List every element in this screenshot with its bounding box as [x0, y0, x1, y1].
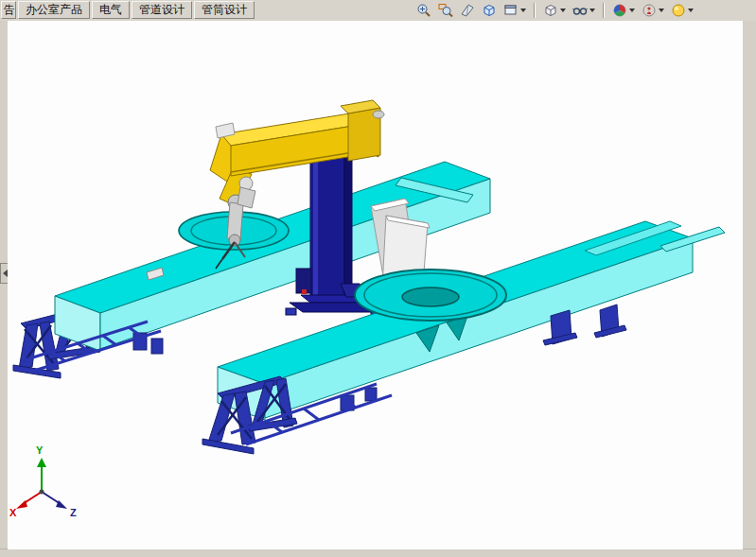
right-panel-edge: [742, 21, 756, 549]
tab-electrical[interactable]: 电气: [92, 1, 130, 19]
hide-show-items-icon: [572, 3, 588, 18]
section-view-icon: [460, 3, 475, 18]
toolbar-separator: [603, 3, 605, 18]
zoom-to-area-button[interactable]: [436, 0, 455, 21]
chevron-down-icon: [560, 9, 566, 12]
view-orientation-button[interactable]: [480, 0, 499, 21]
zoom-to-fit-button[interactable]: [414, 0, 433, 21]
axis-x-label: X: [9, 507, 17, 518]
tab-partial-label: 告: [4, 2, 15, 18]
tab-office-products[interactable]: 办公室产品: [18, 1, 90, 19]
view-toolbar: [414, 1, 695, 20]
tab-partial[interactable]: 告: [1, 1, 16, 19]
rotary-ring-right[interactable]: [355, 270, 506, 321]
tab-tubing-design[interactable]: 管筒设计: [194, 1, 255, 19]
graphics-viewport[interactable]: Y X Z: [8, 21, 743, 549]
view-settings-button[interactable]: [669, 0, 695, 21]
hide-show-items-button[interactable]: [571, 0, 597, 21]
display-style-button[interactable]: [541, 0, 568, 21]
standard-views-icon: [503, 3, 519, 18]
chevron-down-icon: [659, 9, 664, 12]
edit-appearance-button[interactable]: [610, 0, 637, 21]
display-style-icon: [543, 3, 558, 18]
standard-views-button[interactable]: [501, 0, 528, 21]
zoom-to-area-icon: [438, 3, 453, 18]
tab-tubing-design-label: 管筒设计: [202, 2, 247, 18]
chevron-down-icon: [688, 9, 694, 12]
view-settings-icon: [671, 3, 686, 18]
toolbar-separator: [534, 3, 536, 18]
model-scene: Y X Z: [8, 21, 743, 549]
command-toolbar: 告 办公室产品 电气 管道设计 管筒设计: [0, 0, 756, 22]
reference-triad: Y X Z: [9, 444, 77, 518]
axis-y-label: Y: [36, 444, 44, 456]
zoom-to-fit-icon: [416, 3, 431, 18]
section-view-button[interactable]: [458, 0, 477, 21]
chevron-down-icon: [629, 9, 635, 12]
cad-window: 告 办公室产品 电气 管道设计 管筒设计: [0, 0, 756, 557]
view-orientation-icon: [482, 3, 497, 18]
chevron-down-icon: [520, 9, 526, 12]
bottom-panel-edge: [0, 548, 756, 557]
tab-piping-design-label: 管道设计: [139, 2, 185, 18]
tab-piping-design[interactable]: 管道设计: [132, 1, 192, 19]
chevron-down-icon: [589, 9, 595, 12]
tab-office-products-label: 办公室产品: [26, 2, 82, 18]
apply-scene-icon: [642, 3, 657, 18]
edit-appearance-icon: [612, 3, 627, 18]
tab-electrical-label: 电气: [99, 2, 122, 18]
axis-z-label: Z: [70, 507, 77, 518]
apply-scene-button[interactable]: [640, 0, 666, 21]
